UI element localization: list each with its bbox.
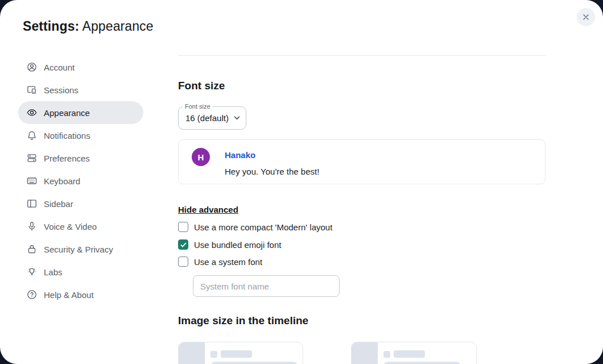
skeleton-name-bar bbox=[221, 350, 252, 358]
message-preview-text: Hanako Hey you. You're the best! bbox=[225, 148, 319, 184]
settings-sidebar: AccountSessionsAppearanceNotificationsPr… bbox=[18, 56, 143, 306]
sidebar-item-notifications[interactable]: Notifications bbox=[18, 124, 143, 147]
sidebar-item-label: Keyboard bbox=[44, 176, 80, 186]
sidebar-item-label: Labs bbox=[44, 267, 63, 277]
sidebar-item-label: Preferences bbox=[44, 154, 90, 163]
eye-icon bbox=[26, 107, 38, 118]
sidebar-item-appearance[interactable]: Appearance bbox=[18, 101, 143, 124]
lightbulb-icon bbox=[26, 266, 38, 278]
settings-dialog: Settings: Appearance AccountSessionsAppe… bbox=[0, 0, 603, 364]
font-size-select-value: 16 (default) bbox=[185, 113, 229, 123]
checkbox-unchecked[interactable] bbox=[178, 257, 188, 267]
message-body: Hey you. You're the best! bbox=[225, 167, 319, 176]
system-font-name-input[interactable] bbox=[193, 275, 340, 297]
hide-advanced-link[interactable]: Hide advanced bbox=[178, 205, 238, 214]
skeleton-name-bar bbox=[394, 350, 425, 358]
appearance-pane: Font size Font size 16 (default) H Hanak… bbox=[178, 0, 546, 364]
sidebar-item-label: Security & Privacy bbox=[44, 245, 113, 254]
skeleton-message-bar bbox=[210, 362, 298, 364]
screen-backdrop: Settings: Appearance AccountSessionsAppe… bbox=[0, 0, 603, 364]
sidebar-item-sessions[interactable]: Sessions bbox=[18, 78, 143, 101]
sidebar-item-help-about[interactable]: Help & About bbox=[18, 283, 143, 306]
message-preview-card: H Hanako Hey you. You're the best! bbox=[178, 139, 546, 184]
close-icon bbox=[581, 13, 590, 22]
skeleton-avatar bbox=[383, 351, 390, 358]
avatar: H bbox=[192, 148, 210, 166]
sidebar-item-label: Appearance bbox=[44, 108, 90, 118]
page-title: Settings: Appearance bbox=[23, 19, 154, 34]
image-thumbnail-placeholder bbox=[179, 342, 205, 364]
sidebar-item-preferences[interactable]: Preferences bbox=[18, 147, 143, 169]
font-size-select[interactable]: Font size 16 (default) bbox=[178, 106, 246, 130]
sidebar-item-label: Help & About bbox=[44, 290, 94, 300]
checkbox-row-use-a-more-compact-modern-layout[interactable]: Use a more compact 'Modern' layout bbox=[178, 222, 332, 232]
skeleton-message-bar bbox=[383, 362, 461, 364]
preferences-icon bbox=[26, 152, 38, 164]
sidebar-item-label: Voice & Video bbox=[44, 222, 97, 231]
sessions-icon bbox=[26, 84, 38, 96]
font-size-heading: Font size bbox=[178, 80, 225, 92]
microphone-icon bbox=[26, 221, 38, 232]
page-title-section: Appearance bbox=[82, 19, 154, 34]
font-size-select-label: Font size bbox=[183, 102, 213, 110]
image-size-option-2[interactable] bbox=[351, 342, 477, 364]
lock-icon bbox=[26, 243, 38, 255]
page-title-prefix: Settings: bbox=[23, 19, 79, 34]
sidebar-item-label: Notifications bbox=[44, 131, 90, 140]
sidebar-item-label: Sidebar bbox=[44, 199, 73, 209]
checkbox-checked-icon[interactable] bbox=[178, 239, 188, 250]
chevron-down-icon bbox=[234, 116, 240, 120]
checkbox-label: Use a system font bbox=[194, 257, 262, 267]
sidebar-item-sidebar[interactable]: Sidebar bbox=[18, 192, 143, 215]
sidebar-item-account[interactable]: Account bbox=[18, 56, 143, 78]
checkbox-row-use-a-system-font[interactable]: Use a system font bbox=[178, 257, 262, 267]
sidebar-item-voice-video[interactable]: Voice & Video bbox=[18, 215, 143, 238]
sidebar-icon bbox=[26, 198, 38, 209]
bell-icon bbox=[26, 130, 38, 141]
account-icon bbox=[26, 61, 38, 73]
image-size-heading: Image size in the timeline bbox=[178, 315, 308, 327]
checkbox-unchecked[interactable] bbox=[178, 222, 188, 232]
checkbox-label: Use a more compact 'Modern' layout bbox=[194, 222, 332, 232]
section-divider bbox=[178, 55, 546, 56]
skeleton-avatar bbox=[210, 351, 217, 358]
sidebar-item-labs[interactable]: Labs bbox=[18, 260, 143, 283]
keyboard-icon bbox=[26, 175, 38, 187]
checkbox-row-use-bundled-emoji-font[interactable]: Use bundled emoji font bbox=[178, 239, 281, 250]
sidebar-item-label: Account bbox=[44, 63, 75, 72]
image-size-option-1[interactable] bbox=[178, 342, 303, 364]
checkbox-label: Use bundled emoji font bbox=[194, 240, 281, 250]
sidebar-item-keyboard[interactable]: Keyboard bbox=[18, 169, 143, 192]
close-button[interactable] bbox=[577, 8, 595, 26]
sidebar-item-security-privacy[interactable]: Security & Privacy bbox=[18, 238, 143, 260]
image-thumbnail-placeholder bbox=[352, 342, 378, 364]
question-icon bbox=[26, 289, 38, 300]
message-sender: Hanako bbox=[225, 150, 319, 160]
sidebar-item-label: Sessions bbox=[44, 85, 79, 95]
